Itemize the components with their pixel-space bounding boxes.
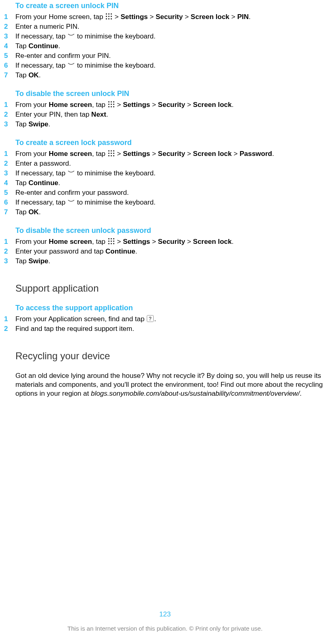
page-footer: 123 This is an Internet version of this … xyxy=(0,610,330,632)
instruction-step: 2Find and tap the required support item. xyxy=(4,324,330,333)
section-heading: Support application xyxy=(15,283,330,294)
step-number: 3 xyxy=(4,32,15,41)
step-text: Tap Continue. xyxy=(15,179,330,188)
bold-term: Next xyxy=(91,111,106,118)
step-number: 2 xyxy=(4,324,15,333)
apps-grid-icon xyxy=(108,150,115,157)
step-number: 1 xyxy=(4,237,15,246)
step-text: From your Home screen, tap > Settings > … xyxy=(15,237,330,246)
instruction-step: 1From your Home screen, tap > Settings >… xyxy=(4,149,330,158)
bold-term: OK xyxy=(28,71,39,79)
bold-term: Home screen xyxy=(49,238,92,245)
bold-term: Home screen xyxy=(49,101,92,109)
step-text: Tap OK. xyxy=(15,71,330,80)
step-text: From your Application screen, find and t… xyxy=(15,315,330,324)
instruction-step: 1From your Home screen, tap > Settings >… xyxy=(4,100,330,109)
bold-term: Screen lock xyxy=(191,13,229,21)
chevron-down-icon xyxy=(68,32,75,39)
instruction-step: 2Enter a numeric PIN. xyxy=(4,22,330,31)
step-text: Find and tap the required support item. xyxy=(15,324,330,333)
bold-term: Continue xyxy=(105,247,135,255)
bold-term: Settings xyxy=(123,150,150,158)
document-page: To create a screen unlock PIN1From your … xyxy=(0,2,330,644)
step-number: 5 xyxy=(4,188,15,197)
instruction-step: 1From your Home screen, tap > Settings >… xyxy=(4,237,330,246)
instruction-step: 4Tap Continue. xyxy=(4,179,330,188)
step-number: 1 xyxy=(4,13,15,21)
page-number: 123 xyxy=(0,610,330,618)
support-question-icon xyxy=(147,315,154,322)
step-text: Re-enter and confirm your password. xyxy=(15,188,330,197)
step-text: Enter your PIN, then tap Next. xyxy=(15,110,330,119)
step-number: 7 xyxy=(4,208,15,217)
instruction-step: 5Re-enter and confirm your PIN. xyxy=(4,51,330,60)
instruction-step: 3Tap Swipe. xyxy=(4,257,330,266)
step-number: 4 xyxy=(4,42,15,51)
step-text: From your Home screen, tap > Settings > … xyxy=(15,149,330,158)
step-number: 3 xyxy=(4,257,15,266)
step-text: From your Home screen, tap > Settings > … xyxy=(15,100,330,109)
bold-term: Security xyxy=(158,238,185,245)
step-text: Tap Continue. xyxy=(15,42,330,51)
procedure-title: To disable the screen unlock PIN xyxy=(15,90,330,98)
step-number: 3 xyxy=(4,120,15,129)
step-number: 7 xyxy=(4,71,15,80)
bold-term: Security xyxy=(156,13,183,21)
instruction-step: 1From your Home screen, tap > Settings >… xyxy=(4,13,330,21)
step-text: Tap Swipe. xyxy=(15,257,330,266)
bold-term: Swipe xyxy=(28,120,48,128)
procedure-title: To access the support application xyxy=(15,304,330,312)
step-number: 4 xyxy=(4,179,15,188)
italic-link-text: blogs.sonymobile.com/about-us/sustainabi… xyxy=(91,390,300,397)
bold-term: Screen lock xyxy=(193,150,231,158)
instruction-step: 6If necessary, tap to minimise the keybo… xyxy=(4,198,330,207)
procedure-title: To create a screen unlock PIN xyxy=(15,2,330,10)
apps-grid-icon xyxy=(108,101,115,108)
step-text: If necessary, tap to minimise the keyboa… xyxy=(15,32,330,41)
instruction-step: 7Tap OK. xyxy=(4,208,330,217)
bold-term: Security xyxy=(158,101,185,109)
step-text: From your Home screen, tap > Settings > … xyxy=(15,13,330,21)
instruction-step: 3If necessary, tap to minimise the keybo… xyxy=(4,32,330,41)
instruction-step: 2Enter your password and tap Continue. xyxy=(4,247,330,256)
bold-term: Screen lock xyxy=(193,238,231,245)
instruction-step: 4Tap Continue. xyxy=(4,42,330,51)
step-number: 1 xyxy=(4,100,15,109)
step-number: 2 xyxy=(4,247,15,256)
procedure-title: To create a screen lock password xyxy=(15,139,330,147)
step-number: 1 xyxy=(4,315,15,324)
bold-term: PIN xyxy=(237,13,249,21)
instruction-step: 3If necessary, tap to minimise the keybo… xyxy=(4,169,330,178)
apps-grid-icon xyxy=(108,238,115,245)
instruction-step: 5Re-enter and confirm your password. xyxy=(4,188,330,197)
bold-term: Swipe xyxy=(28,257,48,265)
step-number: 6 xyxy=(4,198,15,207)
step-number: 2 xyxy=(4,159,15,168)
step-text: Enter your password and tap Continue. xyxy=(15,247,330,256)
bold-term: Screen lock xyxy=(193,101,231,109)
step-number: 2 xyxy=(4,110,15,119)
step-text: Enter a numeric PIN. xyxy=(15,22,330,31)
bold-term: OK xyxy=(28,208,39,216)
bold-term: Home screen xyxy=(49,150,92,158)
step-text: Tap OK. xyxy=(15,208,330,217)
bold-term: Security xyxy=(158,150,185,158)
chevron-down-icon xyxy=(68,198,75,205)
instruction-step: 6If necessary, tap to minimise the keybo… xyxy=(4,61,330,70)
step-text: Re-enter and confirm your PIN. xyxy=(15,51,330,60)
bold-term: Settings xyxy=(123,101,150,109)
bold-term: Continue xyxy=(28,42,58,50)
step-number: 5 xyxy=(4,51,15,60)
step-text: Enter a password. xyxy=(15,159,330,168)
step-number: 6 xyxy=(4,61,15,70)
procedure-title: To disable the screen unlock password xyxy=(15,226,330,235)
copyright-note: This is an Internet version of this publ… xyxy=(0,625,330,632)
step-text: If necessary, tap to minimise the keyboa… xyxy=(15,198,330,207)
step-number: 2 xyxy=(4,22,15,31)
section-heading: Recycling your device xyxy=(15,350,330,362)
step-text: Tap Swipe. xyxy=(15,120,330,129)
instruction-step: 1From your Application screen, find and … xyxy=(4,315,330,324)
chevron-down-icon xyxy=(68,169,75,176)
bold-term: Settings xyxy=(123,238,150,245)
instruction-step: 7Tap OK. xyxy=(4,71,330,80)
